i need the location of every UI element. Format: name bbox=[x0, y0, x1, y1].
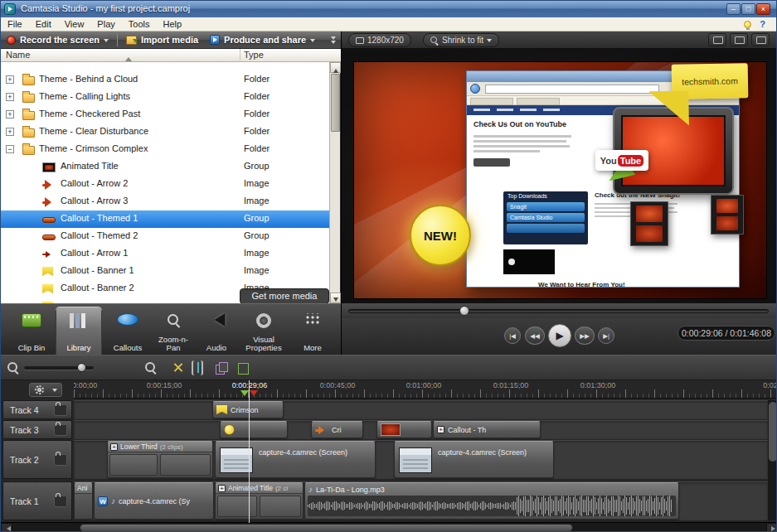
timeline-vertical-scrollbar[interactable] bbox=[768, 400, 777, 520]
lock-button[interactable] bbox=[54, 496, 67, 507]
lock-button[interactable] bbox=[54, 404, 67, 416]
track-options-button[interactable] bbox=[29, 383, 62, 397]
clip-partial[interactable]: Ani bbox=[74, 482, 93, 520]
expand-group-icon[interactable]: + bbox=[437, 426, 444, 433]
scroll-left-button[interactable] bbox=[1, 523, 12, 532]
menu-view[interactable]: View bbox=[58, 17, 91, 31]
scrollbar-thumb[interactable] bbox=[331, 74, 340, 132]
zoom-slider-thumb[interactable] bbox=[77, 363, 86, 372]
clip-group-callout[interactable]: + Callout - Th bbox=[433, 421, 541, 438]
tab-more[interactable]: More bbox=[293, 307, 333, 355]
fullscreen-icon[interactable] bbox=[751, 33, 770, 46]
clip-group-lower-third[interactable]: + Lower Third (2 clips) bbox=[107, 441, 213, 478]
zoom-out-icon[interactable] bbox=[6, 360, 20, 375]
menu-file[interactable]: File bbox=[1, 17, 29, 31]
tab-zoom-n-pan[interactable]: Zoom-n-Pan bbox=[152, 307, 195, 355]
produce-share-button[interactable]: Produce and share bbox=[204, 31, 321, 49]
clip-screen-recording[interactable]: capture-4.camrec (Screen) bbox=[394, 441, 554, 478]
tab-library[interactable]: Library bbox=[56, 307, 102, 355]
tab-visual-properties[interactable]: Visual Properties bbox=[238, 307, 289, 355]
scroll-right-button[interactable] bbox=[766, 523, 777, 532]
maximize-preview-icon[interactable] bbox=[730, 33, 748, 46]
list-item[interactable]: Animated Title Group bbox=[1, 158, 329, 176]
preview-canvas[interactable]: Check Us Out on YouTube Top Downloads Sn… bbox=[342, 49, 777, 303]
menu-play[interactable]: Play bbox=[90, 17, 121, 31]
clip-image[interactable] bbox=[376, 421, 432, 438]
play-button[interactable]: ▶ bbox=[548, 324, 571, 347]
list-item[interactable]: Callout - Arrow 1 Image bbox=[1, 245, 329, 263]
scroll-down-button[interactable] bbox=[330, 293, 341, 303]
expand-group-icon[interactable]: + bbox=[110, 443, 118, 451]
expand-icon[interactable]: + bbox=[6, 128, 14, 136]
jump-to-end-button[interactable]: ▶| bbox=[598, 327, 614, 344]
column-name[interactable]: Name bbox=[6, 50, 30, 60]
expand-icon[interactable]: + bbox=[6, 110, 14, 118]
track-header[interactable]: Track 2 bbox=[2, 440, 72, 479]
selection-out-marker[interactable] bbox=[250, 390, 258, 400]
scrollbar-thumb[interactable] bbox=[80, 524, 573, 532]
techsmith-banner-callout[interactable]: techsmith.com bbox=[672, 63, 749, 99]
zoom-in-icon[interactable] bbox=[143, 360, 158, 375]
scroll-up-button[interactable] bbox=[330, 62, 341, 73]
lock-button[interactable] bbox=[54, 454, 67, 466]
list-item[interactable]: + Theme - Behind a Cloud Folder bbox=[1, 71, 329, 89]
import-media-button[interactable]: Import media bbox=[120, 31, 204, 49]
track-header[interactable]: Track 4 bbox=[2, 400, 72, 419]
help-icon[interactable]: ? bbox=[757, 19, 768, 30]
step-forward-button[interactable]: ▶▶ bbox=[575, 326, 595, 345]
list-item-selected[interactable]: Callout - Themed 1 Group bbox=[1, 210, 329, 228]
expand-group-icon[interactable]: + bbox=[218, 485, 226, 492]
dimensions-button[interactable]: 1280x720 bbox=[348, 33, 411, 47]
tab-audio[interactable]: Audio bbox=[197, 307, 236, 355]
list-scrollbar[interactable] bbox=[329, 62, 340, 303]
step-back-button[interactable]: ◀◀ bbox=[525, 326, 545, 345]
timeline-lane[interactable] bbox=[74, 400, 768, 419]
tip-bulb-icon[interactable] bbox=[744, 21, 751, 28]
clip-crimson[interactable]: Crimson bbox=[212, 401, 284, 418]
clip-new-callout[interactable] bbox=[220, 421, 288, 438]
lock-button[interactable] bbox=[54, 424, 67, 436]
close-button[interactable]: × bbox=[756, 3, 770, 15]
column-divider[interactable] bbox=[240, 49, 240, 62]
track-header[interactable]: Track 1 bbox=[2, 481, 72, 520]
playhead[interactable] bbox=[249, 380, 250, 523]
selection-in-marker[interactable] bbox=[240, 390, 249, 400]
expand-icon[interactable]: + bbox=[6, 93, 14, 101]
seek-thumb[interactable] bbox=[459, 306, 469, 316]
new-badge-callout[interactable]: NEW! bbox=[410, 205, 471, 266]
menu-tools[interactable]: Tools bbox=[122, 17, 157, 31]
get-more-media-button[interactable]: Get more media bbox=[240, 288, 329, 304]
jump-to-start-button[interactable]: |◀ bbox=[504, 327, 521, 344]
menu-edit[interactable]: Edit bbox=[29, 17, 58, 31]
list-item[interactable]: + Theme - Checkered Past Folder bbox=[1, 106, 329, 123]
cut-icon[interactable] bbox=[170, 360, 187, 375]
title-bar[interactable]: Camtasia Studio - my first project.campr… bbox=[1, 1, 777, 17]
clip-system-audio[interactable]: W ♪ capture-4.camrec (Sy bbox=[94, 482, 214, 520]
menu-help[interactable]: Help bbox=[156, 17, 188, 31]
timeline-zoom-slider[interactable] bbox=[24, 366, 94, 370]
fit-mode-dropdown[interactable]: Shrink to fit bbox=[423, 33, 499, 47]
list-item[interactable]: Callout - Banner 1 Image bbox=[1, 263, 329, 280]
expand-icon[interactable]: + bbox=[6, 75, 14, 84]
timeline-horizontal-scrollbar[interactable] bbox=[1, 522, 777, 532]
column-type[interactable]: Type bbox=[244, 50, 264, 60]
record-screen-button[interactable]: Record the screen bbox=[1, 31, 114, 49]
clip-screen-recording[interactable]: capture-4.camrec (Screen) bbox=[215, 441, 376, 478]
toolbar-overflow-icon[interactable] bbox=[331, 36, 336, 45]
clip-arrow-callout[interactable]: Cri bbox=[311, 421, 363, 438]
list-item[interactable]: + Theme - Clear Disturbance Folder bbox=[1, 123, 329, 141]
list-item[interactable]: + Theme - Calling Lights Folder bbox=[1, 89, 329, 106]
scrollbar-thumb[interactable] bbox=[769, 402, 777, 462]
detach-preview-icon[interactable] bbox=[708, 33, 726, 46]
tab-clip-bin[interactable]: Clip Bin bbox=[7, 307, 56, 355]
clip-audio-track[interactable]: ♪ La-Ti-Da - Long.mp3 bbox=[304, 482, 679, 520]
maximize-button[interactable]: □ bbox=[741, 3, 755, 15]
collapse-icon[interactable]: − bbox=[6, 145, 14, 153]
seek-track[interactable] bbox=[348, 309, 769, 313]
split-icon[interactable] bbox=[192, 360, 203, 375]
clip-group-animated-title[interactable]: + Animated Title (2 cl bbox=[215, 482, 304, 520]
copy-icon[interactable] bbox=[213, 360, 230, 375]
tab-callouts[interactable]: Callouts bbox=[104, 307, 152, 355]
time-ruler[interactable]: 0:00:00;00 0:00:15;00 0:00:29;06 0:00:45… bbox=[74, 380, 777, 399]
video-frame[interactable]: Check Us Out on YouTube Top Downloads Sn… bbox=[354, 62, 766, 298]
